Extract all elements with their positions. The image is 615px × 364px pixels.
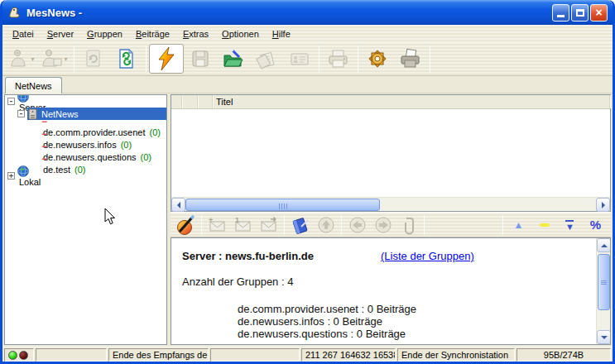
main-toolbar: ▾▾: [2, 42, 613, 76]
menu-item-extras[interactable]: Extras: [176, 26, 215, 41]
send-print-button: [394, 44, 427, 74]
menu-item-datei[interactable]: Datei: [6, 26, 41, 41]
address-card-icon: [289, 48, 310, 69]
status-bar: Ende des Empfangs de211 267 164632 16538…: [2, 347, 613, 362]
collapse-icon[interactable]: -: [17, 110, 25, 117]
connect-icon: [8, 48, 30, 69]
group-summary-line: de.comm.provider.usenet : 0 Beiträge: [238, 303, 591, 315]
status-panel-2: Ende des Empfangs de: [108, 348, 209, 362]
vertical-scrollbar[interactable]: [596, 238, 610, 344]
status-text: 211 267 164632 16538: [305, 350, 396, 360]
highlight-dash-button[interactable]: [531, 214, 557, 236]
right-arrow-icon: [602, 202, 608, 208]
collapse-icon[interactable]: -: [7, 98, 15, 105]
red-led-icon: [19, 351, 28, 360]
svg-text:+: +: [209, 216, 213, 224]
lightning-icon: [156, 46, 176, 71]
tab-netnews[interactable]: NetNews: [5, 77, 62, 93]
connect-button: ▾: [5, 44, 38, 74]
papers-button: [250, 44, 283, 74]
column-header-empty[interactable]: [198, 95, 213, 108]
send-print-icon: [399, 48, 422, 69]
status-panel-5: Ende der Synchronistation: [397, 348, 515, 362]
menu-item-server[interactable]: Server: [41, 26, 80, 41]
menu-item-gruppen[interactable]: Gruppen: [80, 26, 129, 41]
tree-item-lokal[interactable]: +Lokal: [5, 170, 166, 182]
vscroll-track[interactable]: [597, 310, 610, 330]
toolbar-separator: [146, 46, 147, 72]
thumb-grip: [278, 198, 288, 213]
up-arrow-icon: [601, 241, 608, 247]
scroll-down-button[interactable]: [597, 330, 611, 344]
notes-book-button[interactable]: [287, 214, 313, 236]
attach-button: [396, 214, 421, 236]
scroll-thumb[interactable]: [185, 199, 380, 211]
lightning-button[interactable]: [149, 44, 184, 74]
highlight-dash-icon: [540, 223, 550, 227]
left-arrow-icon: [174, 202, 180, 208]
sync-groups-button[interactable]: [110, 44, 143, 74]
titlebar[interactable]: MesNews - ×: [2, 0, 613, 25]
sort-asc-button[interactable]: ▲: [506, 214, 531, 236]
mail-forward-icon: [259, 216, 279, 234]
column-header-empty[interactable]: [182, 95, 198, 108]
disconnect-icon: [41, 48, 63, 69]
app-window: MesNews - × DateiServerGruppenBeiträgeEx…: [0, 0, 615, 364]
next-circle-icon: [374, 216, 392, 234]
scroll-track[interactable]: [380, 198, 596, 211]
tree-item-server[interactable]: -Server: [5, 95, 166, 108]
sync-groups-icon: [116, 48, 137, 69]
green-led-icon: [8, 351, 17, 360]
print-button: [322, 44, 355, 74]
down-arrow-icon: [601, 336, 608, 342]
toolbar-separator: [430, 46, 430, 72]
menu-item-optionen[interactable]: Optionen: [215, 26, 266, 41]
message-content-panel: Server : news.fu-berlin.de (Liste der Gr…: [171, 237, 611, 345]
toolbar-separator: [424, 215, 425, 235]
svg-text:1: 1: [235, 216, 239, 224]
tree-item-count: (0): [150, 127, 161, 137]
horizontal-scrollbar[interactable]: [171, 197, 610, 211]
disconnect-button: ▾: [38, 44, 71, 74]
gear-button[interactable]: [361, 44, 394, 74]
tree-item-label: de.test: [41, 165, 72, 175]
tree-item-de-newusers-questions[interactable]: −de.newusers.questions(0): [5, 145, 166, 157]
refresh-doc-icon: [83, 48, 104, 69]
vscroll-thumb[interactable]: [598, 254, 610, 310]
column-header-empty[interactable]: [171, 95, 182, 108]
toolbar-separator: [341, 215, 342, 235]
close-icon: ×: [595, 7, 602, 18]
expand-icon[interactable]: +: [7, 172, 15, 180]
toolbar-separator: [502, 215, 503, 235]
server-icon: [28, 108, 37, 120]
folder-pen-button[interactable]: [217, 44, 250, 74]
group-list-link[interactable]: (Liste der Gruppen): [381, 250, 474, 262]
vthumb-grip: [601, 280, 607, 285]
status-panel-3: [210, 348, 300, 362]
mail-reply-button: 1: [230, 214, 256, 236]
close-button[interactable]: ×: [590, 4, 608, 22]
scroll-right-button[interactable]: [596, 198, 610, 212]
group-dash-icon: −: [41, 153, 83, 165]
list-body[interactable]: [171, 109, 610, 197]
menu-item-beiträge[interactable]: Beiträge: [129, 26, 176, 41]
scroll-up-button[interactable]: [597, 238, 611, 252]
status-panel-6: 95B/274B: [517, 348, 611, 362]
maximize-button[interactable]: [571, 4, 589, 22]
toolbar-separator: [201, 215, 202, 235]
tree-item-body: Lokal: [17, 165, 42, 187]
menu-item-hilfe[interactable]: Hilfe: [266, 26, 297, 41]
list-header: Titel: [171, 95, 610, 109]
sort-desc-button[interactable]: ▼: [557, 214, 583, 236]
server-name-label: Server : news.fu-berlin.de: [182, 250, 381, 262]
column-header-titel[interactable]: Titel: [213, 95, 610, 108]
menubar: DateiServerGruppenBeiträgeExtrasOptionen…: [2, 25, 613, 42]
minimize-button[interactable]: [552, 4, 569, 22]
app-icon: [7, 5, 22, 20]
group-summary-list: de.comm.provider.usenet : 0 Beiträgede.n…: [238, 303, 591, 340]
scroll-left-button[interactable]: [171, 198, 185, 212]
status-panel-4: 211 267 164632 16538: [301, 348, 396, 362]
papers-icon: [256, 48, 277, 69]
percent-button[interactable]: %: [583, 214, 608, 236]
compose-button[interactable]: [173, 214, 199, 236]
